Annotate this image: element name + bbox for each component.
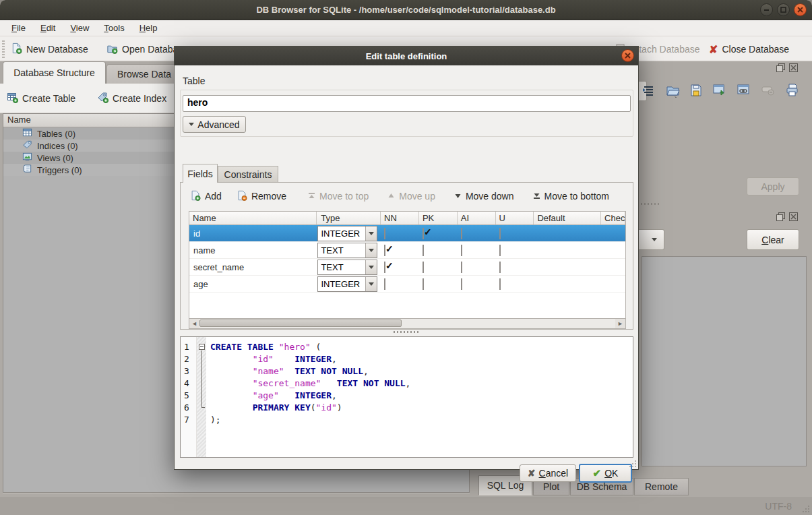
col-nn[interactable]: NN: [381, 212, 419, 224]
ai-checkbox[interactable]: [461, 228, 462, 239]
new-database-button[interactable]: New Database: [11, 40, 88, 58]
save-icon[interactable]: [689, 84, 703, 99]
pk-checkbox[interactable]: [423, 278, 424, 290]
tab-browse-data[interactable]: Browse Data: [106, 64, 182, 84]
menu-edit[interactable]: Edit: [33, 21, 63, 35]
fold-collapse-icon[interactable]: [199, 344, 205, 350]
tab-constraints[interactable]: Constraints: [218, 166, 278, 183]
bottom-tabbar: SQL Log Plot DB Schema Remote: [0, 475, 812, 497]
pk-checkbox[interactable]: [423, 228, 424, 239]
clear-button[interactable]: Clear: [747, 229, 799, 250]
nn-checkbox[interactable]: [384, 262, 385, 273]
type-dropdown[interactable]: INTEGER: [317, 276, 377, 292]
resize-grip[interactable]: [802, 505, 810, 513]
nn-checkbox[interactable]: [384, 278, 385, 290]
move-to-top-button: Move to top: [308, 191, 369, 202]
encoding-indicator: UTF-8: [765, 501, 792, 512]
col-ai[interactable]: AI: [458, 212, 496, 224]
nn-checkbox[interactable]: [384, 245, 385, 256]
col-pk[interactable]: PK: [419, 212, 458, 224]
toolbar-grip[interactable]: [2, 40, 5, 58]
col-u[interactable]: U: [496, 212, 534, 224]
dialog-title: Edit table definition: [366, 51, 447, 61]
dock-splitter[interactable]: [637, 203, 660, 205]
menu-view[interactable]: View: [63, 21, 96, 35]
field-row-name[interactable]: name TEXT: [189, 242, 625, 259]
open-file-icon[interactable]: [665, 83, 680, 100]
edit-table-dialog: Edit table definition Table hero Advance…: [174, 46, 639, 470]
u-checkbox[interactable]: [499, 262, 501, 273]
move-up-button: Move up: [387, 191, 435, 202]
dialog-resize-grip[interactable]: [629, 460, 637, 468]
add-icon: [190, 190, 201, 203]
field-row-secret-name[interactable]: secret_name TEXT: [189, 259, 625, 276]
col-default[interactable]: Default: [534, 212, 601, 224]
ok-button[interactable]: ✔ OK: [579, 464, 632, 483]
type-dropdown[interactable]: TEXT: [317, 243, 377, 258]
u-checkbox[interactable]: [499, 278, 501, 290]
chevron-down-icon: [189, 123, 194, 126]
field-actions: Add Remove Move to top Move up: [190, 187, 609, 205]
col-check[interactable]: Check: [601, 212, 625, 224]
add-field-button[interactable]: Add: [190, 190, 222, 203]
type-dropdown[interactable]: INTEGER: [317, 226, 377, 241]
nn-checkbox[interactable]: [384, 228, 385, 239]
create-table-button[interactable]: Create Table: [7, 90, 75, 107]
dialog-close-icon[interactable]: [621, 49, 634, 62]
menu-file[interactable]: File: [4, 21, 33, 35]
col-type[interactable]: Type: [317, 212, 381, 224]
cancel-button[interactable]: ✘ Cancel: [520, 464, 576, 482]
close-database-button[interactable]: ✘ Close Database: [709, 40, 789, 58]
fold-rail: [201, 351, 205, 408]
col-name[interactable]: Name: [189, 212, 317, 224]
chevron-down-icon: [365, 226, 377, 241]
remove-field-button[interactable]: Remove: [237, 190, 286, 203]
export-icon[interactable]: [712, 83, 727, 100]
pk-checkbox[interactable]: [423, 245, 424, 256]
close-dock-icon[interactable]: [789, 63, 798, 72]
move-to-bottom-button[interactable]: Move to bottom: [533, 191, 610, 202]
minimize-icon[interactable]: [760, 3, 773, 16]
u-checkbox[interactable]: [499, 245, 501, 256]
format-icon[interactable]: [642, 84, 656, 99]
move-down-icon: [454, 191, 462, 202]
field-row-age[interactable]: age INTEGER: [189, 276, 625, 293]
maximize-icon[interactable]: [777, 3, 790, 16]
tab-fields[interactable]: Fields: [183, 164, 218, 183]
link-icon[interactable]: [737, 83, 751, 100]
float-dock-icon[interactable]: [776, 212, 785, 221]
window-title: DB Browser for SQLite - /home/user/code/…: [256, 5, 555, 15]
type-dropdown[interactable]: TEXT: [317, 260, 377, 275]
print-icon[interactable]: [785, 83, 800, 100]
horizontal-scrollbar[interactable]: ◄ ►: [189, 319, 626, 329]
table-name-input[interactable]: hero: [183, 95, 631, 112]
sql-preview: 1 2 3 4 5 6 7 CREATE TABLE "hero" ( "id"…: [180, 336, 633, 458]
menu-tools[interactable]: Tools: [96, 21, 131, 35]
tag-icon: [22, 140, 32, 152]
close-dock-icon[interactable]: [789, 212, 798, 221]
new-database-icon: [11, 42, 22, 56]
ok-check-icon: ✔: [593, 467, 602, 479]
log-filter-dropdown[interactable]: [636, 229, 664, 250]
fields-panel: Add Remove Move to top Move up: [180, 182, 633, 330]
ai-checkbox[interactable]: [461, 245, 462, 256]
float-dock-icon[interactable]: [776, 63, 785, 72]
chevron-down-icon: [652, 238, 657, 241]
field-row-id[interactable]: id INTEGER: [189, 225, 625, 242]
pk-checkbox[interactable]: [423, 262, 424, 273]
close-icon[interactable]: [794, 3, 807, 16]
u-checkbox[interactable]: [499, 228, 501, 239]
scroll-left-icon[interactable]: ◄: [189, 319, 199, 328]
sql-code[interactable]: CREATE TABLE "hero" ( "id" INTEGER, "nam…: [206, 337, 633, 457]
advanced-button[interactable]: Advanced: [183, 116, 246, 133]
move-down-button[interactable]: Move down: [454, 191, 514, 202]
menu-help[interactable]: Help: [132, 21, 165, 35]
scrollbar-thumb[interactable]: [199, 320, 402, 327]
tab-database-structure[interactable]: Database Structure: [3, 61, 106, 84]
ai-checkbox[interactable]: [461, 278, 462, 290]
dialog-splitter[interactable]: [394, 331, 420, 333]
create-index-button[interactable]: Create Index: [97, 90, 166, 107]
scroll-right-icon[interactable]: ►: [615, 319, 625, 328]
tab-remote[interactable]: Remote: [634, 478, 689, 495]
ai-checkbox[interactable]: [461, 262, 462, 273]
